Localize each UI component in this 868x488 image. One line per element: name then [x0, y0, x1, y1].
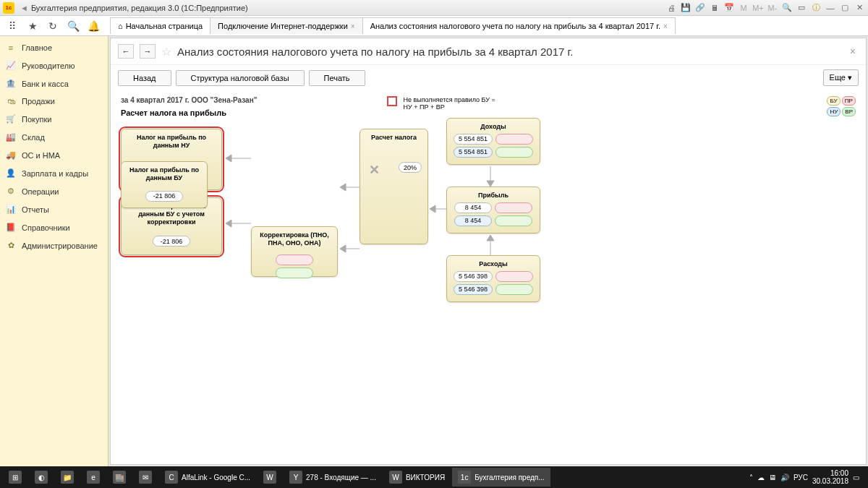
sidebar-label: Руководителю — [22, 61, 75, 70]
value-pill: 5 554 851 — [454, 147, 493, 158]
block-title: Доходы — [453, 123, 534, 131]
arrow-icon — [486, 235, 495, 255]
sidebar-item[interactable]: 👤Зарплата и кадры — [0, 164, 108, 182]
app-logo-icon: 1c — [3, 2, 14, 14]
main-toolbar: ⠿ ★ ↻ 🔍 🔔 ⌂ Начальная страница Подключен… — [0, 16, 868, 36]
close-page-icon[interactable]: × — [847, 46, 859, 57]
tab-support[interactable]: Подключение Интернет-поддержки × — [210, 17, 363, 34]
block-income[interactable]: Доходы 5 554 851 5 554 851 — [446, 118, 540, 165]
calendar-icon[interactable]: 📅 — [723, 2, 735, 14]
m-icon[interactable]: M — [738, 2, 749, 14]
sidebar-label: Операции — [22, 187, 59, 196]
sidebar-item[interactable]: ≡Главное — [0, 39, 108, 56]
print-icon[interactable]: 🖨 — [665, 2, 677, 14]
back-button[interactable]: Назад — [118, 70, 171, 86]
legend-error-box — [387, 96, 397, 106]
link-icon[interactable]: 🔗 — [694, 2, 706, 14]
arrow-icon — [340, 244, 359, 253]
value-pill — [495, 215, 532, 226]
arrow-icon — [486, 166, 495, 187]
rate-pill: 20% — [399, 162, 422, 173]
print-button[interactable]: Печать — [309, 70, 365, 86]
close-tab-icon[interactable]: × — [351, 22, 355, 30]
structure-button[interactable]: Структура налоговой базы — [176, 70, 305, 86]
window-titlebar: 1c ◄ Бухгалтерия предприятия, редакция 3… — [0, 0, 868, 16]
block-title: Налог на прибыль по данным НУ — [127, 134, 216, 150]
search-icon[interactable]: 🔍 — [65, 18, 81, 34]
block-title: Расчет налога — [366, 134, 422, 142]
close-icon[interactable]: ✕ — [854, 2, 865, 14]
multiply-icon: ✕ — [369, 162, 380, 178]
sidebar-label: Банк и касса — [22, 80, 69, 88]
more-button[interactable]: Еще ▾ — [823, 69, 859, 86]
report-meta: за 4 квартал 2017 г. ООО "Зена-Разан" — [121, 96, 257, 104]
sidebar-item[interactable]: ⚙Операции — [0, 182, 108, 200]
value-pill: 5 546 398 — [454, 284, 493, 295]
diagram: Налог на прибыль по данным НУ 1 691 Нало… — [121, 129, 856, 360]
badge-pr: ПР — [842, 96, 856, 106]
sidebar-item[interactable]: 📈Руководителю — [0, 56, 108, 74]
save-icon[interactable]: 💾 — [680, 2, 692, 14]
content-pane: ← → ☆ Анализ состояния налогового учета … — [110, 38, 867, 465]
tab-analysis[interactable]: Анализ состояния налогового учета по нал… — [362, 17, 676, 34]
close-tab-icon[interactable]: × — [663, 22, 668, 30]
legend-badges: БУ ПР НУ ВР — [827, 96, 856, 116]
sidebar-item[interactable]: 🚚ОС и НМА — [0, 146, 108, 164]
value-pill: 8 454 — [454, 215, 492, 226]
sidebar-icon: 🏦 — [6, 79, 16, 88]
sidebar-item[interactable]: 🏦Банк и касса — [0, 74, 108, 93]
value-pill — [495, 271, 533, 282]
back-icon[interactable]: ◄ — [20, 4, 28, 12]
block-raschet[interactable]: Расчет налога ✕ 20% — [359, 129, 428, 244]
nav-forward-button[interactable]: → — [140, 44, 156, 59]
star-icon[interactable]: ★ — [25, 18, 41, 34]
sidebar-item[interactable]: 🛒Покупки — [0, 110, 108, 128]
home-icon: ⌂ — [118, 22, 123, 30]
block-expense[interactable]: Расходы 5 546 398 5 546 398 — [446, 255, 540, 302]
calc-icon[interactable]: 🖩 — [709, 2, 720, 14]
sidebar-item[interactable]: 📕Справочники — [0, 218, 108, 236]
sidebar-label: Продажи — [22, 97, 55, 106]
apps-icon[interactable]: ⠿ — [4, 18, 20, 34]
history-icon[interactable]: ↻ — [45, 18, 61, 34]
page-title: Анализ состояния налогового учета по нал… — [177, 46, 841, 58]
sidebar-icon: 📊 — [6, 205, 16, 214]
block-profit[interactable]: Прибыль 8 454 8 454 — [446, 187, 540, 234]
legend-text: Не выполняется правило БУ = НУ + ПР + ВР — [403, 96, 497, 111]
sidebar-icon: ⚙ — [6, 187, 16, 196]
block-title: Налог на прибыль по данным БУ — [127, 166, 201, 182]
m-minus-icon[interactable]: M- — [767, 2, 778, 14]
sidebar-item[interactable]: 🏭Склад — [0, 128, 108, 146]
bell-icon[interactable]: 🔔 — [85, 18, 101, 34]
search-icon[interactable]: 🔍 — [781, 2, 793, 14]
sidebar-icon: ≡ — [6, 43, 16, 52]
sidebar-label: Главное — [22, 43, 52, 52]
arrow-icon — [430, 205, 446, 213]
maximize-icon[interactable]: ▢ — [839, 2, 851, 14]
sidebar-icon: 🚚 — [6, 150, 16, 160]
panel-icon[interactable]: ▭ — [796, 2, 807, 14]
m-plus-icon[interactable]: M+ — [752, 2, 764, 14]
sidebar-item[interactable]: ✿Администрирование — [0, 236, 108, 254]
tab-home[interactable]: ⌂ Начальная страница — [110, 17, 210, 34]
sidebar-icon: 🛍 — [6, 97, 16, 106]
sidebar-item[interactable]: 📊Отчеты — [0, 200, 108, 218]
sidebar: ≡Главное📈Руководителю🏦Банк и касса🛍Прода… — [0, 36, 109, 466]
sidebar-icon: 📈 — [6, 61, 16, 70]
badge-ny: НУ — [827, 107, 841, 116]
block-title: Расходы — [453, 260, 534, 268]
nav-back-button[interactable]: ← — [118, 44, 134, 59]
value-pill: -21 806 — [153, 236, 190, 247]
value-pill — [495, 134, 533, 145]
sidebar-item[interactable]: 🛍Продажи — [0, 93, 108, 110]
sidebar-icon: 🛒 — [6, 114, 16, 124]
info-icon[interactable]: ⓘ — [810, 2, 822, 14]
block-correction[interactable]: Корректировка (ПНО, ПНА, ОНО, ОНА) — [251, 226, 338, 277]
minimize-icon[interactable]: — — [825, 2, 836, 14]
favorite-icon[interactable]: ☆ — [161, 45, 171, 59]
sidebar-label: Склад — [22, 133, 45, 142]
tab-home-label: Начальная страница — [126, 22, 203, 30]
sidebar-label: Администрирование — [22, 241, 98, 250]
block-nalog-bu[interactable]: Налог на прибыль по данным БУ -21 806 — [121, 161, 208, 208]
window-title: Бухгалтерия предприятия, редакция 3.0 (1… — [31, 4, 665, 12]
